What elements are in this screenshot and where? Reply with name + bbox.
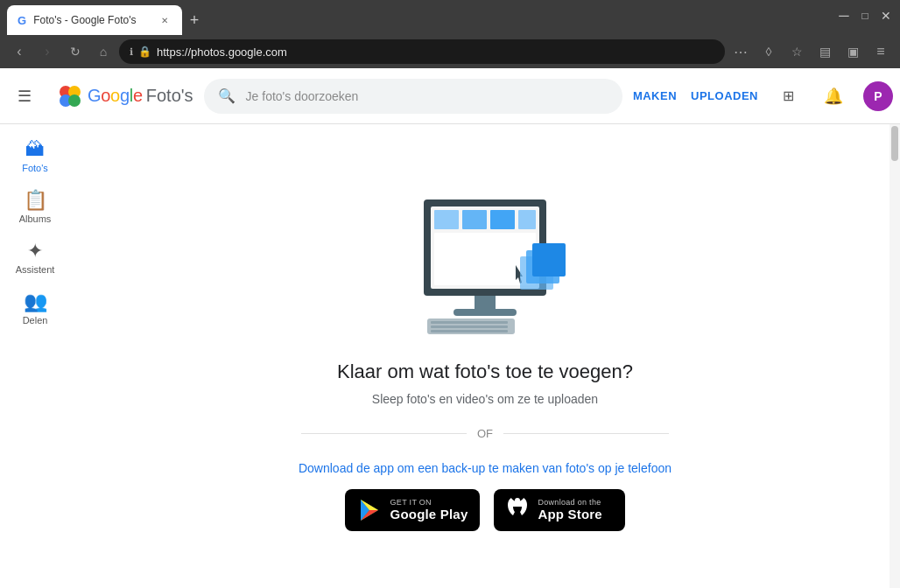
scrollbar[interactable] (889, 124, 900, 588)
library-icon[interactable]: ▤ (812, 39, 837, 64)
active-tab[interactable]: G Foto's - Google Foto's ✕ (7, 5, 182, 35)
sidebar: 🏔 Foto's 📋 Albums ✦ Assistent 👥 Delen (0, 124, 70, 588)
svg-rect-14 (431, 321, 508, 324)
svg-rect-6 (434, 210, 459, 229)
sidebar-item-assistent[interactable]: ✦ Assistent (4, 233, 67, 280)
lock-icon: 🔒 (138, 46, 151, 58)
google-photos-logo: Google Foto's (53, 79, 193, 114)
assistant-icon: ✦ (27, 240, 43, 262)
photos-icon: 🏔 (25, 138, 45, 161)
sidebar-item-fotos[interactable]: 🏔 Foto's (4, 131, 67, 178)
sidebar-label-delen: Delen (23, 315, 48, 326)
svg-rect-15 (431, 326, 508, 328)
app-body: 🏔 Foto's 📋 Albums ✦ Assistent 👥 Delen (0, 124, 900, 588)
logo-google: Google (88, 86, 143, 106)
maximize-button[interactable]: □ (858, 9, 872, 23)
svg-rect-7 (462, 210, 487, 229)
sidebar-item-albums[interactable]: 📋 Albums (4, 182, 67, 229)
sidebar-item-delen[interactable]: 👥 Delen (4, 284, 67, 331)
divider-right (503, 433, 669, 434)
share-icon: 👥 (24, 290, 47, 313)
sidebar-label-assistent: Assistent (16, 264, 55, 275)
albums-icon: 📋 (24, 189, 47, 212)
svg-rect-8 (490, 210, 515, 229)
notifications-bell-icon[interactable]: 🔔 (818, 80, 849, 112)
app-container: ☰ Google Foto's 🔍 Je foto's doorzoeken M… (0, 68, 900, 588)
download-text: Download de app om een back-up te maken … (299, 461, 671, 475)
svg-point-25 (515, 498, 520, 503)
divider-text: OF (477, 427, 493, 440)
divider-row: OF (301, 427, 669, 440)
uploaden-button[interactable]: UPLOADEN (691, 89, 758, 102)
header-actions: MAKEN UPLOADEN ⊞ 🔔 P (633, 80, 893, 112)
svg-point-3 (68, 94, 81, 107)
app-store-text: Download on the App Store (538, 498, 601, 522)
pocket-icon[interactable]: ◊ (756, 39, 781, 64)
upload-illustration (397, 182, 573, 343)
main-content: Klaar om wat foto's toe te voegen? Sleep… (70, 124, 900, 588)
app-store-sublabel: Download on the (538, 498, 601, 507)
search-icon: 🔍 (218, 88, 236, 104)
tab-title: Foto's - Google Foto's (33, 14, 151, 26)
google-play-icon (357, 498, 382, 522)
upload-subtext: Sleep foto's en video's om ze te uploade… (372, 392, 598, 406)
home-button[interactable]: ⌂ (91, 39, 116, 64)
forward-button[interactable]: › (35, 39, 60, 64)
reader-view-icon[interactable]: ▣ (840, 39, 865, 64)
app-header: ☰ Google Foto's 🔍 Je foto's doorzoeken M… (0, 68, 900, 124)
close-button[interactable]: ✕ (879, 9, 893, 23)
sidebar-label-albums: Albums (19, 214, 52, 224)
divider-left (301, 433, 467, 434)
hamburger-button[interactable]: ☰ (7, 79, 42, 114)
svg-rect-12 (454, 309, 517, 316)
tab-favicon: G (18, 14, 26, 27)
computer-illustration (397, 182, 573, 340)
menu-button[interactable]: ≡ (868, 39, 893, 64)
google-play-sublabel: GET IT ON (390, 498, 468, 507)
info-icon: ℹ (130, 46, 133, 58)
app-store-button[interactable]: Download on the App Store (494, 489, 625, 531)
google-play-mainlabel: Google Play (390, 507, 468, 522)
minimize-button[interactable]: ─ (837, 9, 851, 23)
url-text: https://photos.google.com (157, 46, 287, 59)
tab-close-icon[interactable]: ✕ (158, 13, 172, 27)
grid-icon[interactable]: ⊞ (772, 80, 804, 112)
scrollbar-thumb[interactable] (891, 126, 898, 161)
browser-chrome: ─ □ ✕ G Foto's - Google Foto's ✕ + (0, 0, 900, 35)
sidebar-label-fotos: Foto's (22, 163, 48, 173)
bookmark-icon[interactable]: ☆ (784, 39, 809, 64)
app-store-mainlabel: App Store (538, 507, 601, 522)
svg-rect-16 (431, 330, 508, 332)
maken-button[interactable]: MAKEN (633, 89, 677, 102)
logo-fotos: Foto's (146, 86, 193, 106)
svg-rect-9 (518, 210, 536, 229)
avatar[interactable]: P (863, 81, 893, 111)
search-bar[interactable]: 🔍 Je foto's doorzoeken (204, 79, 622, 114)
apple-icon (506, 498, 529, 522)
search-placeholder: Je foto's doorzoeken (246, 89, 359, 103)
google-play-text: GET IT ON Google Play (390, 498, 468, 522)
new-tab-button[interactable]: + (182, 8, 207, 32)
more-button[interactable]: ⋯ (728, 39, 753, 64)
upload-heading: Klaar om wat foto's toe te voegen? (337, 360, 633, 383)
back-button[interactable]: ‹ (7, 39, 32, 64)
logo-icon (53, 79, 88, 114)
svg-rect-20 (532, 243, 566, 276)
google-play-button[interactable]: GET IT ON Google Play (345, 489, 481, 531)
url-bar[interactable]: ℹ 🔒 https://photos.google.com (119, 39, 725, 64)
reload-button[interactable]: ↻ (63, 39, 88, 64)
app-badges: GET IT ON Google Play Download on the Ap… (345, 489, 626, 531)
address-bar: ‹ › ↻ ⌂ ℹ 🔒 https://photos.google.com ⋯ … (0, 35, 900, 68)
